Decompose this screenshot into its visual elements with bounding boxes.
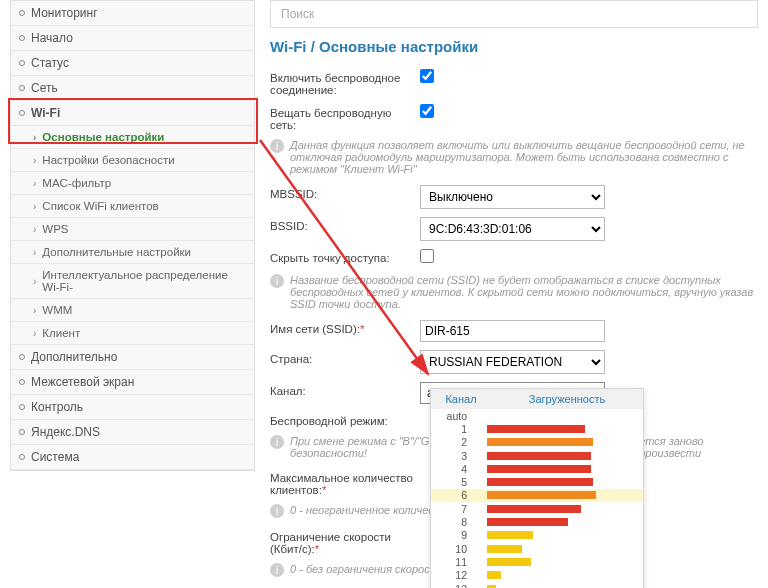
breadcrumb: Wi-Fi / Основные настройки bbox=[270, 38, 758, 55]
nav-label: Яндекс.DNS bbox=[31, 425, 100, 439]
nav-item-7[interactable]: ›MAC-фильтр bbox=[11, 172, 254, 195]
channel-number: 3 bbox=[435, 450, 477, 462]
nav-item-8[interactable]: ›Список WiFi клиентов bbox=[11, 195, 254, 218]
info-icon: i bbox=[270, 435, 284, 449]
nav-item-12[interactable]: ›WMM bbox=[11, 299, 254, 322]
nav-item-11[interactable]: ›Интеллектуальное распределение Wi-Fi- bbox=[11, 264, 254, 299]
hint-max-clients: 0 - неограниченное количес bbox=[290, 504, 434, 516]
arrow-icon: › bbox=[33, 178, 36, 189]
nav-label: Система bbox=[31, 450, 79, 464]
select-mbssid[interactable]: Выключено bbox=[420, 185, 605, 209]
info-icon: i bbox=[270, 274, 284, 288]
label-mbssid: MBSSID: bbox=[270, 185, 420, 200]
nav-label: Интеллектуальное распределение Wi-Fi- bbox=[42, 269, 246, 293]
channel-load-cell bbox=[477, 545, 639, 553]
info-icon: i bbox=[270, 139, 284, 153]
bullet-icon bbox=[19, 379, 25, 385]
channel-number: 6 bbox=[435, 489, 477, 501]
bullet-icon bbox=[19, 429, 25, 435]
nav-label: WMM bbox=[42, 304, 72, 316]
label-ssid: Имя сети (SSID):* bbox=[270, 320, 420, 335]
channel-option-11[interactable]: 11 bbox=[431, 555, 643, 568]
channel-number: 5 bbox=[435, 476, 477, 488]
nav-label: Мониторинг bbox=[31, 6, 98, 20]
load-bar bbox=[487, 571, 501, 579]
channel-option-4[interactable]: 4 bbox=[431, 462, 643, 475]
hint-mode-tail: ется заново произвести bbox=[639, 435, 758, 459]
label-channel: Канал: bbox=[270, 382, 420, 397]
channel-option-8[interactable]: 8 bbox=[431, 515, 643, 528]
load-bar bbox=[487, 505, 581, 513]
nav-item-5[interactable]: ›Основные настройки bbox=[11, 126, 254, 149]
nav-item-3[interactable]: Сеть bbox=[11, 76, 254, 101]
bullet-icon bbox=[19, 35, 25, 41]
nav-item-14[interactable]: Дополнительно bbox=[11, 345, 254, 370]
input-ssid[interactable] bbox=[420, 320, 605, 342]
load-bar bbox=[487, 531, 533, 539]
arrow-icon: › bbox=[33, 155, 36, 166]
channel-number: 13 bbox=[435, 583, 477, 589]
nav-label: Контроль bbox=[31, 400, 83, 414]
channel-option-auto[interactable]: auto bbox=[431, 409, 643, 422]
channel-dropdown[interactable]: Канал Загруженность auto1234567891011121… bbox=[430, 388, 644, 588]
channel-option-2[interactable]: 2 bbox=[431, 436, 643, 449]
channel-option-3[interactable]: 3 bbox=[431, 449, 643, 462]
channel-option-12[interactable]: 12 bbox=[431, 569, 643, 582]
nav-label: Дополнительно bbox=[31, 350, 117, 364]
nav-label: Wi-Fi bbox=[31, 106, 60, 120]
nav-item-2[interactable]: Статус bbox=[11, 51, 254, 76]
channel-option-1[interactable]: 1 bbox=[431, 422, 643, 435]
checkbox-broadcast[interactable] bbox=[420, 104, 434, 118]
channel-number: 7 bbox=[435, 503, 477, 515]
channel-option-9[interactable]: 9 bbox=[431, 529, 643, 542]
channel-load-cell bbox=[477, 571, 639, 579]
nav-label: Список WiFi клиентов bbox=[42, 200, 158, 212]
nav-item-10[interactable]: ›Дополнительные настройки bbox=[11, 241, 254, 264]
nav-item-0[interactable]: Мониторинг bbox=[11, 1, 254, 26]
bullet-icon bbox=[19, 110, 25, 116]
channel-number: 1 bbox=[435, 423, 477, 435]
nav-item-1[interactable]: Начало bbox=[11, 26, 254, 51]
channel-number: 10 bbox=[435, 543, 477, 555]
channel-option-10[interactable]: 10 bbox=[431, 542, 643, 555]
nav-label: Настройки безопасности bbox=[42, 154, 174, 166]
channel-number: 12 bbox=[435, 569, 477, 581]
label-max-clients: Максимальное количество клиентов:* bbox=[270, 469, 420, 496]
load-bar bbox=[487, 518, 568, 526]
channel-number: 11 bbox=[435, 556, 477, 568]
select-country[interactable]: RUSSIAN FEDERATION bbox=[420, 350, 605, 374]
nav-label: Статус bbox=[31, 56, 69, 70]
nav-item-6[interactable]: ›Настройки безопасности bbox=[11, 149, 254, 172]
nav-item-15[interactable]: Межсетевой экран bbox=[11, 370, 254, 395]
nav-item-9[interactable]: ›WPS bbox=[11, 218, 254, 241]
channel-load-cell bbox=[477, 585, 639, 589]
channel-option-6[interactable]: 6 bbox=[431, 489, 643, 502]
checkbox-enable-wireless[interactable] bbox=[420, 69, 434, 83]
label-wireless-mode: Беспроводной режим: bbox=[270, 412, 420, 427]
load-bar bbox=[487, 558, 531, 566]
nav-label: Начало bbox=[31, 31, 73, 45]
load-bar bbox=[487, 585, 496, 589]
nav-item-18[interactable]: Система bbox=[11, 445, 254, 470]
arrow-icon: › bbox=[33, 132, 36, 143]
arrow-icon: › bbox=[33, 305, 36, 316]
channel-option-7[interactable]: 7 bbox=[431, 502, 643, 515]
nav-item-16[interactable]: Контроль bbox=[11, 395, 254, 420]
bullet-icon bbox=[19, 60, 25, 66]
nav-item-17[interactable]: Яндекс.DNS bbox=[11, 420, 254, 445]
nav-item-13[interactable]: ›Клиент bbox=[11, 322, 254, 345]
select-bssid[interactable]: 9C:D6:43:3D:01:06 bbox=[420, 217, 605, 241]
nav-item-4[interactable]: Wi-Fi bbox=[11, 101, 254, 126]
channel-option-5[interactable]: 5 bbox=[431, 475, 643, 488]
label-broadcast: Вещать беспроводную сеть: bbox=[270, 104, 420, 131]
checkbox-hide-ap[interactable] bbox=[420, 249, 434, 263]
bullet-icon bbox=[19, 10, 25, 16]
channel-load-cell bbox=[477, 452, 639, 460]
channel-load-cell bbox=[477, 438, 639, 446]
nav-label: MAC-фильтр bbox=[42, 177, 111, 189]
channel-number: 8 bbox=[435, 516, 477, 528]
nav-label: WPS bbox=[42, 223, 68, 235]
search-input[interactable]: Поиск bbox=[270, 0, 758, 28]
channel-option-13[interactable]: 13 bbox=[431, 582, 643, 588]
load-bar bbox=[487, 491, 596, 499]
